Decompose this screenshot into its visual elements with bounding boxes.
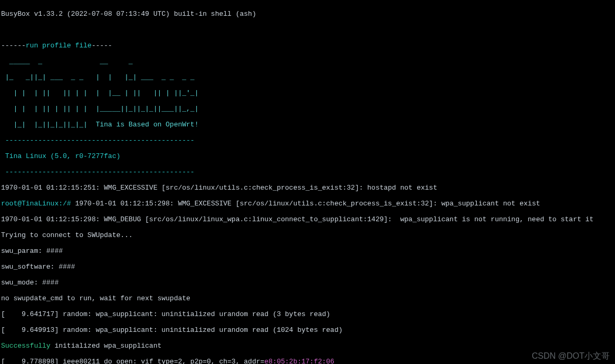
ascii-art-5: |_| |_||_|_||_|_| Tina is Based on OpenW… xyxy=(1,121,614,129)
log-line: Trying to connect to SWUpdate... xyxy=(1,231,614,239)
art-separator-1: ----------------------------------------… xyxy=(1,136,614,144)
log-line: swu_param: #### xyxy=(1,247,614,255)
tina-version: Tina Linux (5.0, r0-7277fac) xyxy=(1,152,614,160)
art-separator-2: ----------------------------------------… xyxy=(1,168,614,176)
log-line: [ 9.649913] random: wpa_supplicant: unin… xyxy=(1,326,614,334)
mac-address: e8:05:2b:17:f2:06 xyxy=(264,358,334,364)
ascii-art-4: | | | || | || | | |_____||_||_|_||___||_… xyxy=(1,105,614,113)
log-line: swu_software: #### xyxy=(1,263,614,271)
ascii-art-2: |_ _||_| ___ _ _ | | |_| ___ _ _ _ _ xyxy=(1,73,614,81)
log-line: 1970-01-01 01:12:15:298: WMG_DEBUG [src/… xyxy=(1,215,614,223)
busybox-header: BusyBox v1.33.2 (2022-07-08 07:13:49 UTC… xyxy=(1,10,614,18)
run-profile: ------run profile file----- xyxy=(1,42,614,50)
log-line-mac: [ 9.778898] ieee80211_do_open: vif_type=… xyxy=(1,358,614,364)
prompt-line: root@TinaLinux:/# 1970-01-01 01:12:15:29… xyxy=(1,200,614,208)
log-line: no swupdate_cmd to run, wait for next sw… xyxy=(1,294,614,302)
log-line: 1970-01-01 01:12:15:251: WMG_EXCESSIVE [… xyxy=(1,184,614,192)
blank xyxy=(1,26,614,34)
ascii-art-1: _____ _ __ _ xyxy=(1,57,614,65)
log-line-success: Successfully initialized wpa_supplicant xyxy=(1,342,614,350)
shell-prompt[interactable]: root@TinaLinux:/# xyxy=(1,200,75,208)
log-line: [ 9.641717] random: wpa_supplicant: unin… xyxy=(1,310,614,318)
ascii-art-3: | | | || || | | | |__ | || || | ||_'_| xyxy=(1,89,614,97)
log-line: swu_mode: #### xyxy=(1,279,614,287)
terminal-output[interactable]: BusyBox v1.33.2 (2022-07-08 07:13:49 UTC… xyxy=(0,0,615,364)
